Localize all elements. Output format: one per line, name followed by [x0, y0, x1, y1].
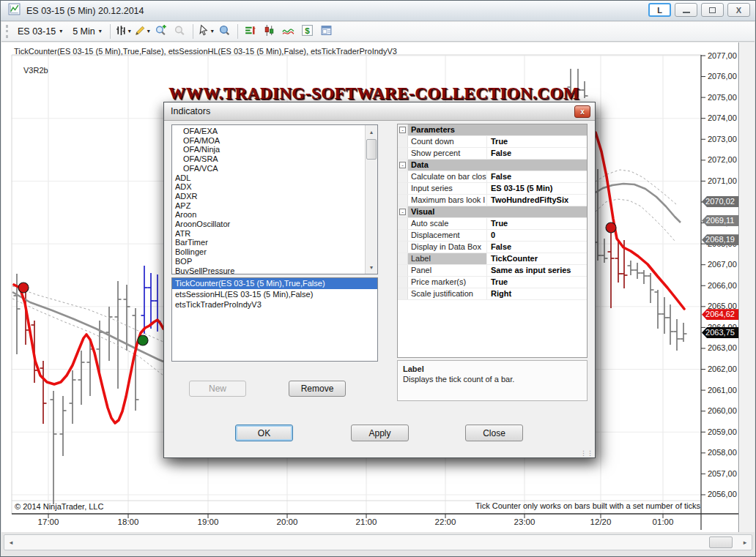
property-row[interactable]: Count downTrue [398, 136, 587, 148]
svg-text:$: $ [305, 25, 310, 34]
price-axis-label: 2056,00 [708, 490, 737, 498]
apply-button[interactable]: Apply [351, 425, 409, 441]
chevron-down-icon: ▾ [59, 29, 62, 34]
indicator-list-item[interactable]: OFA/Ninja [172, 145, 365, 154]
close-button[interactable]: X [727, 3, 750, 17]
zoom-in-button[interactable] [152, 23, 171, 40]
green-bars-icon [244, 24, 256, 40]
indicator-list-item[interactable]: ADL [172, 173, 365, 183]
chart-version-label: V3R2b [23, 66, 48, 75]
cursor-button[interactable]: ▾ [196, 23, 215, 40]
chart-trader-button[interactable] [260, 23, 279, 40]
collapse-icon[interactable]: - [399, 209, 406, 215]
time-axis-label: 17:00 [26, 517, 70, 526]
indicator-list-item[interactable]: Aroon [172, 210, 365, 220]
price-axis-label: 2057,00 [708, 469, 737, 478]
scroll-down-arrow-icon[interactable]: ▾ [366, 261, 377, 273]
property-row[interactable]: Show percentFalse [398, 148, 587, 160]
indicator-list-item[interactable]: BOP [172, 257, 365, 266]
collapse-icon[interactable]: - [399, 162, 406, 168]
interval-selector[interactable]: 5 Min▾ [67, 24, 107, 39]
list-vertical-scrollbar[interactable]: ▴ ▾ [365, 125, 377, 274]
property-group-header[interactable]: -Visual [398, 206, 587, 218]
instrument-selector[interactable]: ES 03-15▾ [12, 24, 67, 39]
horizontal-scrollbar[interactable]: ◂ ▸ [4, 534, 752, 550]
price-axis-label: 2077,00 [708, 51, 737, 60]
scroll-left-arrow-icon[interactable]: ◂ [4, 535, 18, 550]
minimize-button[interactable] [675, 3, 697, 17]
price-axis-label: 2061,00 [708, 386, 737, 395]
indicator-list-item[interactable]: BarTimer [172, 238, 365, 247]
zoom-out-button[interactable] [171, 23, 190, 40]
indicator-list-item[interactable]: OFA/MOA [172, 136, 365, 146]
dollar-icon: $ [301, 24, 314, 40]
scrollbar-thumb[interactable] [709, 537, 733, 548]
minimize-icon [683, 11, 690, 13]
indicator-list-item[interactable]: APZ [172, 201, 365, 211]
selected-indicator-item[interactable]: TickCounter(ES 03-15 (5 Min),True,False) [172, 278, 377, 289]
account-button[interactable]: $ [298, 23, 317, 40]
data-box-button[interactable] [215, 23, 234, 40]
price-axis-label: 2060,00 [708, 406, 737, 415]
dialog-close-button[interactable]: x [574, 105, 590, 118]
list-scrollbar-thumb[interactable] [366, 139, 377, 160]
property-row[interactable]: Display in Data BoxFalse [398, 242, 587, 253]
price-axis-label: 2071,00 [708, 176, 737, 185]
indicator-list-item[interactable]: BuySellPressure [172, 266, 365, 274]
price-marker: 2063,75 [702, 327, 738, 338]
restore-button[interactable] [701, 3, 724, 17]
indicator-list-item[interactable]: ADX [172, 182, 365, 192]
regions-button[interactable] [279, 23, 298, 40]
indicator-list-item[interactable]: Bollinger [172, 247, 365, 257]
property-group-header[interactable]: -Parameters [398, 124, 587, 136]
new-button[interactable]: New [189, 381, 246, 397]
properties-button[interactable] [317, 23, 336, 40]
time-axis-label: 20:00 [265, 517, 309, 526]
scroll-up-arrow-icon[interactable]: ▴ [366, 126, 377, 138]
indicator-list-item[interactable]: OFA/EXA [172, 127, 365, 136]
price-axis-label: 2072,00 [708, 155, 737, 164]
close-dialog-button[interactable]: Close [465, 425, 523, 441]
magnifier-blue-icon [218, 24, 231, 40]
dialog-resize-grip[interactable]: ⋮⋮ [580, 449, 593, 457]
property-row[interactable]: PanelSame as input series [398, 265, 587, 277]
selected-indicator-item[interactable]: etsTickTraderProIndyV3 [172, 299, 377, 310]
indicator-list-item[interactable]: AroonOscillator [172, 220, 365, 229]
bar-type-button[interactable]: ▾ [114, 23, 133, 40]
property-description-title: Label [403, 365, 582, 373]
market-analyzer-button[interactable] [241, 23, 260, 40]
selected-indicators-list[interactable]: TickCounter(ES 03-15 (5 Min),True,False)… [171, 277, 378, 362]
available-indicators-list[interactable]: OFA/EXAOFA/MOAOFA/NinjaOFA/SRAOFA/VCAADL… [171, 124, 378, 274]
close-icon: X [736, 6, 741, 15]
indicator-list-item[interactable]: OFA/VCA [172, 164, 365, 173]
property-row[interactable]: Auto scaleTrue [398, 218, 587, 230]
right-panel-splitter[interactable] [738, 42, 755, 532]
scroll-right-arrow-icon[interactable]: ▸ [738, 535, 752, 550]
ok-button[interactable]: OK [235, 425, 293, 441]
property-row[interactable]: Displacement0 [398, 230, 587, 242]
property-row[interactable]: Calculate on bar closFalse [398, 171, 587, 183]
indicator-list-item[interactable]: ADXR [172, 192, 365, 201]
time-axis-label: 18:00 [106, 517, 150, 526]
property-row[interactable]: LabelTickCounter [398, 253, 587, 265]
indicator-list-item[interactable]: OFA/SRA [172, 154, 365, 164]
indicator-property-grid[interactable]: -ParametersCount downTrueShow percentFal… [397, 124, 588, 358]
price-axis-label: 2058,00 [708, 448, 737, 457]
property-row[interactable]: Input seriesES 03-15 (5 Min) [398, 183, 587, 195]
property-row[interactable]: Scale justificationRight [398, 288, 587, 300]
property-row[interactable]: Price marker(s)True [398, 277, 587, 288]
log-button[interactable]: L [648, 3, 671, 17]
property-group-header[interactable]: -Data [398, 160, 587, 171]
toolbar: ES 03-15▾5 Min▾▾▾▾$ [1, 22, 755, 42]
selected-indicator-item[interactable]: etsSessionHL(ES 03-15 (5 Min),False) [172, 289, 377, 300]
drawing-tools-button[interactable]: ▾ [133, 23, 152, 40]
property-row[interactable]: Maximum bars look lTwoHundredFiftySix [398, 195, 587, 206]
indicator-list-item[interactable]: ATR [172, 229, 365, 239]
dialog-title-bar[interactable]: Indicators x [164, 102, 595, 121]
wave-icon [282, 24, 294, 40]
toolbar-grip[interactable] [6, 25, 10, 38]
collapse-icon[interactable]: - [399, 127, 406, 133]
price-axis-label: 2062,00 [708, 365, 737, 373]
remove-button[interactable]: Remove [289, 381, 346, 397]
copyright-label: © 2014 NinjaTrader, LLC [15, 502, 103, 511]
